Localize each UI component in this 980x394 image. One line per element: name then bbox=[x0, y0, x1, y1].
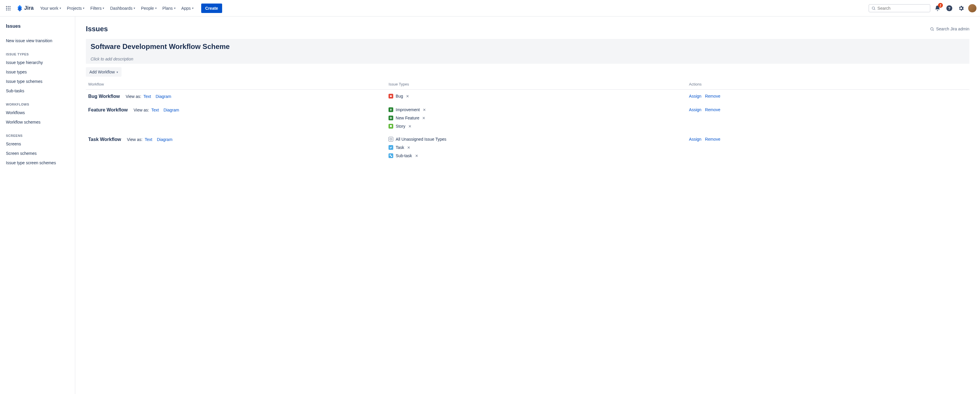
nav-filters[interactable]: Filters▾ bbox=[88, 4, 107, 13]
svg-point-4 bbox=[8, 8, 8, 8]
nav-dashboards[interactable]: Dashboards▾ bbox=[107, 4, 138, 13]
nav-projects[interactable]: Projects▾ bbox=[64, 4, 88, 13]
assign-link[interactable]: Assign bbox=[689, 137, 702, 141]
chevron-down-icon: ▾ bbox=[83, 6, 84, 10]
svg-rect-16 bbox=[390, 138, 392, 140]
svg-point-3 bbox=[6, 8, 7, 8]
task-icon bbox=[388, 145, 393, 150]
search-input[interactable] bbox=[877, 6, 928, 11]
notifications-icon[interactable]: 2 bbox=[933, 3, 942, 13]
assign-link[interactable]: Assign bbox=[689, 107, 702, 112]
svg-point-2 bbox=[10, 6, 10, 7]
sidebar: Issues New issue view transition ISSUE T… bbox=[0, 16, 75, 394]
issue-type-label: Bug bbox=[396, 94, 403, 98]
issue-type-story: Story✕ bbox=[388, 124, 684, 129]
sidebar-link-issue-type-schemes[interactable]: Issue type schemes bbox=[6, 77, 72, 86]
search-icon bbox=[930, 27, 934, 31]
svg-point-7 bbox=[8, 10, 8, 10]
col-actions: Actions bbox=[687, 79, 969, 90]
remove-link[interactable]: Remove bbox=[705, 94, 721, 98]
chevron-down-icon: ▾ bbox=[103, 6, 104, 10]
bug-icon bbox=[388, 94, 393, 98]
sidebar-group-issue-types: ISSUE TYPES bbox=[6, 52, 72, 56]
sidebar-link-screen-schemes[interactable]: Screen schemes bbox=[6, 149, 72, 158]
sidebar-link-workflows[interactable]: Workflows bbox=[6, 108, 72, 118]
sidebar-link-issue-types[interactable]: Issue types bbox=[6, 67, 72, 77]
unassigned-icon bbox=[388, 137, 393, 141]
scheme-description-placeholder[interactable]: Click to add description bbox=[86, 54, 969, 64]
svg-point-0 bbox=[6, 6, 7, 7]
subtask-icon bbox=[388, 153, 393, 158]
workflow-row: Feature Workflow View as: Text DiagramIm… bbox=[86, 103, 969, 133]
issue-type-label: New Feature bbox=[396, 116, 419, 120]
product-name: Jira bbox=[24, 5, 33, 11]
issue-type-label: Story bbox=[396, 124, 405, 129]
sidebar-link-issue-type-screen-schemes[interactable]: Issue type screen schemes bbox=[6, 158, 72, 167]
assign-link[interactable]: Assign bbox=[689, 94, 702, 98]
user-avatar[interactable] bbox=[968, 4, 977, 13]
sidebar-link-screens[interactable]: Screens bbox=[6, 139, 72, 149]
svg-point-5 bbox=[10, 8, 10, 8]
issue-type-task: Task✕ bbox=[388, 145, 684, 150]
issue-type-label: Improvement bbox=[396, 107, 420, 112]
svg-rect-17 bbox=[390, 154, 391, 156]
svg-point-8 bbox=[10, 10, 10, 10]
issue-type-all-unassigned-issue-types: All Unassigned Issue Types bbox=[388, 137, 684, 141]
view-text-link[interactable]: Text bbox=[151, 108, 159, 112]
issue-type-sub-task: Sub-task✕ bbox=[388, 153, 684, 158]
jira-logo[interactable]: Jira bbox=[14, 5, 36, 11]
nav-people[interactable]: People▾ bbox=[138, 4, 160, 13]
view-as-label: View as: bbox=[123, 94, 141, 99]
svg-line-14 bbox=[933, 30, 934, 31]
chevron-down-icon: ▾ bbox=[155, 6, 157, 10]
global-search[interactable] bbox=[869, 4, 931, 13]
nav-your-work[interactable]: Your work▾ bbox=[37, 4, 64, 13]
issue-type-label: Sub-task bbox=[396, 153, 412, 158]
improve-icon bbox=[388, 107, 393, 112]
remove-issue-type-icon[interactable]: ✕ bbox=[406, 94, 409, 98]
story-icon bbox=[388, 124, 393, 129]
settings-icon[interactable] bbox=[956, 3, 966, 13]
sidebar-link-new-issue-view-transition[interactable]: New issue view transition bbox=[6, 36, 72, 45]
top-nav: Jira Your work▾Projects▾Filters▾Dashboar… bbox=[0, 0, 980, 16]
view-diagram-link[interactable]: Diagram bbox=[157, 137, 173, 142]
view-text-link[interactable]: Text bbox=[143, 94, 151, 99]
remove-issue-type-icon[interactable]: ✕ bbox=[423, 108, 426, 112]
remove-link[interactable]: Remove bbox=[705, 137, 721, 141]
workflow-name: Task Workflow bbox=[88, 137, 121, 142]
view-text-link[interactable]: Text bbox=[145, 137, 152, 142]
sidebar-link-sub-tasks[interactable]: Sub-tasks bbox=[6, 86, 72, 95]
jira-icon bbox=[16, 5, 23, 11]
remove-link[interactable]: Remove bbox=[705, 107, 721, 112]
app-switcher-icon[interactable] bbox=[3, 3, 13, 13]
view-diagram-link[interactable]: Diagram bbox=[164, 108, 179, 112]
issue-type-new-feature: New Feature✕ bbox=[388, 116, 684, 120]
create-button[interactable]: Create bbox=[201, 3, 223, 13]
chevron-down-icon: ▾ bbox=[192, 6, 194, 10]
remove-issue-type-icon[interactable]: ✕ bbox=[422, 116, 425, 120]
svg-point-13 bbox=[931, 27, 933, 30]
nav-plans[interactable]: Plans▾ bbox=[160, 4, 178, 13]
main-content: Issues Search Jira admin Software Develo… bbox=[75, 16, 980, 394]
help-icon[interactable]: ? bbox=[945, 3, 954, 13]
svg-rect-18 bbox=[391, 156, 392, 157]
view-diagram-link[interactable]: Diagram bbox=[156, 94, 171, 99]
remove-issue-type-icon[interactable]: ✕ bbox=[408, 124, 412, 129]
nav-apps[interactable]: Apps▾ bbox=[178, 4, 196, 13]
svg-line-10 bbox=[874, 9, 875, 10]
remove-issue-type-icon[interactable]: ✕ bbox=[407, 145, 410, 150]
issue-type-improvement: Improvement✕ bbox=[388, 107, 684, 112]
workflow-table: Workflow Issue Types Actions Bug Workflo… bbox=[86, 79, 969, 162]
admin-search[interactable]: Search Jira admin bbox=[930, 27, 969, 31]
col-issue-types: Issue Types bbox=[386, 79, 686, 90]
workflow-name: Feature Workflow bbox=[88, 107, 128, 112]
scheme-name[interactable]: Software Development Workflow Scheme bbox=[86, 39, 969, 54]
svg-point-9 bbox=[872, 7, 874, 9]
sidebar-link-issue-type-hierarchy[interactable]: Issue type hierarchy bbox=[6, 58, 72, 67]
sidebar-link-workflow-schemes[interactable]: Workflow schemes bbox=[6, 118, 72, 127]
add-workflow-button[interactable]: Add Workflow ▾ bbox=[86, 67, 121, 77]
remove-issue-type-icon[interactable]: ✕ bbox=[415, 154, 418, 158]
svg-point-6 bbox=[6, 10, 7, 10]
chevron-down-icon: ▾ bbox=[134, 6, 135, 10]
workflow-row: Task Workflow View as: Text DiagramAll U… bbox=[86, 133, 969, 162]
